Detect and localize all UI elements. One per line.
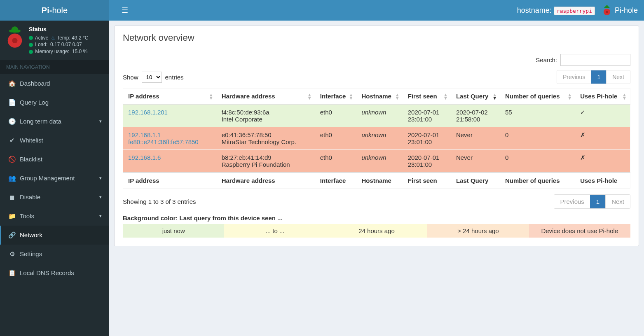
sidebar-item-disable[interactable]: ◼Disable▾	[0, 188, 109, 207]
svg-point-3	[12, 38, 18, 43]
legend-over-24h: > 24 hours ago	[427, 224, 529, 238]
network-overview-box: Network overview Search: Show 10 entries	[114, 26, 639, 246]
sidebar-item-local-dns-records[interactable]: 📋Local DNS Records	[0, 264, 109, 282]
clock-icon: 🕒	[7, 118, 16, 125]
pager-top: Previous 1 Next	[557, 70, 630, 84]
sidebar-item-whitelist[interactable]: ✔Whitelist	[0, 131, 109, 150]
sort-icon: ▲▼	[349, 93, 354, 100]
col-last-query[interactable]: Last Query▲▼	[451, 89, 500, 105]
col-ip-address[interactable]: IP address▲▼	[123, 89, 217, 105]
nav-label: Dashboard	[20, 80, 50, 87]
pager-page-1-bottom[interactable]: 1	[590, 195, 605, 208]
entries-length: Show 10 entries	[123, 72, 184, 83]
search-input[interactable]	[560, 54, 630, 66]
table-row[interactable]: 192.168.1.201f4:8c:50:de:93:6aIntel Corp…	[123, 104, 630, 127]
status-dot-load-icon	[29, 43, 33, 47]
interface: eth0	[315, 150, 357, 173]
footer-col: Number of queries	[500, 173, 575, 189]
nav-section-header: MAIN NAVIGATION	[0, 60, 109, 74]
nav-label: Settings	[20, 250, 42, 257]
gear-icon: ⚙	[7, 250, 16, 258]
last-query: Never	[451, 150, 500, 173]
entries-select[interactable]: 10	[142, 72, 162, 83]
nav-label: Group Management	[20, 175, 75, 182]
sort-icon: ▲▼	[209, 93, 213, 100]
nav-label: Whitelist	[20, 137, 43, 144]
nav-label: Long term data	[20, 118, 61, 125]
col-uses-pi-hole[interactable]: Uses Pi-hole▲▼	[575, 89, 630, 105]
legend-no-pihole: Device does not use Pi-hole	[529, 224, 630, 238]
sidebar-item-settings[interactable]: ⚙Settings	[0, 245, 109, 264]
sidebar-toggle-button[interactable]: ☰	[115, 0, 134, 21]
hostname: unknown	[356, 150, 403, 173]
num-queries: 55	[500, 104, 575, 127]
hostname: unknown	[356, 127, 403, 150]
top-navbar: ☰ hostname: raspberrypi Pi-hole	[109, 0, 644, 21]
footer-col: Hardware address	[217, 173, 315, 189]
users-icon: 👥	[7, 175, 16, 182]
pager-prev-button-bottom[interactable]: Previous	[554, 195, 590, 208]
pager-prev-button[interactable]: Previous	[557, 70, 591, 84]
legend-24h: 24 hours ago	[326, 224, 427, 238]
nav-label: Blacklist	[20, 156, 42, 163]
vendor: Raspberry Pi Foundation	[222, 161, 310, 168]
sidebar-item-network[interactable]: 🔗Network	[0, 226, 109, 245]
chevron-down-icon: ▾	[99, 119, 102, 124]
sidebar-item-blacklist[interactable]: 🚫Blacklist	[0, 150, 109, 169]
hostname: unknown	[356, 104, 403, 127]
ip-link[interactable]: 192.168.1.6	[128, 154, 161, 161]
nav-label: Network	[20, 231, 42, 238]
uses-pihole: ✓	[575, 104, 630, 127]
col-first-seen[interactable]: First seen▲▼	[403, 89, 451, 105]
ip-link[interactable]: 192.168.1.201	[128, 109, 168, 116]
hw-address: e0:41:36:57:78:50	[222, 131, 310, 138]
ip-link[interactable]: fe80::e241:36ff:fe57:7850	[128, 138, 199, 145]
footer-col: Interface	[315, 173, 357, 189]
col-hostname[interactable]: Hostname▲▼	[356, 89, 403, 105]
sidebar-item-query-log[interactable]: 📄Query Log	[0, 93, 109, 112]
footer-col: Uses Pi-hole	[575, 173, 630, 189]
col-number-of-queries[interactable]: Number of queries▲▼	[500, 89, 575, 105]
table-row[interactable]: 192.168.1.1fe80::e241:36ff:fe57:7850e0:4…	[123, 127, 630, 150]
sort-icon: ▲▼	[567, 93, 572, 100]
nav-label: Tools	[20, 212, 34, 219]
logo[interactable]: Pi-hole	[0, 0, 109, 21]
first-seen: 2020-07-0123:01:00	[403, 104, 451, 127]
table-row[interactable]: 192.168.1.6b8:27:eb:41:14:d9Raspberry Pi…	[123, 150, 630, 173]
ban-icon: 🚫	[7, 156, 16, 163]
legend-to: ... to ...	[224, 224, 326, 238]
uses-pihole: ✗	[575, 150, 630, 173]
footer-col: Hostname	[356, 173, 403, 189]
sort-icon: ▲▼	[622, 93, 627, 100]
sidebar-item-long-term-data[interactable]: 🕒Long term data▾	[0, 112, 109, 131]
num-queries: 0	[500, 127, 575, 150]
sidebar-item-dashboard[interactable]: 🏠Dashboard	[0, 74, 109, 93]
pager-page-1[interactable]: 1	[591, 70, 606, 84]
pager-bottom: Previous 1 Next	[554, 194, 630, 209]
file-icon: 📄	[7, 99, 16, 106]
nav-label: Disable	[20, 194, 40, 201]
legend: just now ... to ... 24 hours ago > 24 ho…	[123, 224, 630, 238]
sidebar-item-tools[interactable]: 📁Tools▾	[0, 207, 109, 226]
legend-title: Background color: Last query from this d…	[123, 215, 630, 222]
last-query: Never	[451, 127, 500, 150]
pager-next-button-bottom[interactable]: Next	[605, 195, 630, 208]
check-icon: ✔	[7, 137, 16, 144]
col-hardware-address[interactable]: Hardware address▲▼	[217, 89, 315, 105]
sidebar-item-group-management[interactable]: 👥Group Management▾	[0, 169, 109, 188]
col-interface[interactable]: Interface▲▼	[315, 89, 357, 105]
footer-col: First seen	[403, 173, 451, 189]
stop-icon: ◼	[7, 194, 16, 201]
hostname-label: hostname: raspberrypi	[517, 6, 595, 15]
status-dot-active-icon	[29, 36, 33, 40]
hostname-value: raspberrypi	[554, 7, 595, 15]
ip-link[interactable]: 192.168.1.1	[128, 131, 161, 138]
svg-point-1	[606, 11, 608, 13]
brand-user[interactable]: Pi-hole	[602, 5, 638, 16]
pager-next-button[interactable]: Next	[606, 70, 630, 84]
hw-address: f4:8c:50:de:93:6a	[222, 109, 310, 116]
num-queries: 0	[500, 150, 575, 173]
nav-label: Query Log	[20, 99, 49, 106]
interface: eth0	[315, 127, 357, 150]
status-dot-mem-icon	[29, 50, 33, 54]
